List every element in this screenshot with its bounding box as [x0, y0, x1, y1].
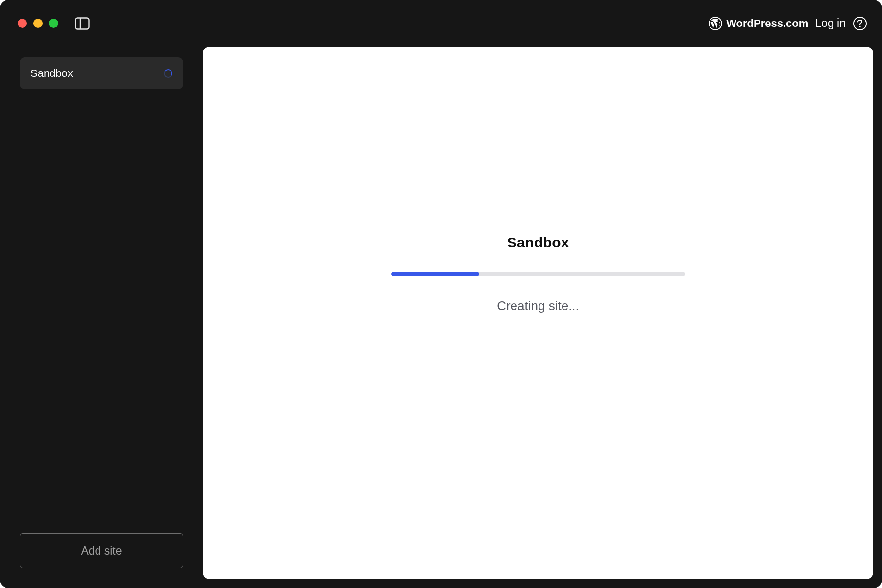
site-list: Sandbox	[20, 47, 183, 518]
creating-site-panel: Sandbox Creating site...	[391, 234, 685, 314]
creating-site-title: Sandbox	[507, 234, 569, 251]
toggle-sidebar-button[interactable]	[75, 17, 90, 30]
wordpress-link[interactable]: WordPress.com	[709, 17, 808, 30]
app-window: WordPress.com Log in Sandbox	[0, 0, 882, 588]
minimize-window-icon[interactable]	[33, 19, 43, 28]
window-controls	[18, 19, 58, 28]
body-area: Sandbox Add site Sandbox Creating site..…	[0, 47, 882, 588]
wordpress-icon	[709, 17, 722, 30]
sidebar: Sandbox Add site	[0, 47, 203, 588]
creating-site-status: Creating site...	[497, 298, 579, 314]
loading-spinner-icon	[164, 69, 172, 78]
svg-rect-0	[76, 18, 89, 29]
close-window-icon[interactable]	[18, 19, 27, 28]
main-pane: Sandbox Creating site...	[203, 47, 873, 579]
sidebar-icon	[75, 17, 90, 30]
titlebar: WordPress.com Log in	[0, 0, 882, 47]
fullscreen-window-icon[interactable]	[49, 19, 58, 28]
sidebar-divider	[0, 518, 203, 518]
svg-point-4	[859, 25, 860, 27]
add-site-button-label: Add site	[81, 544, 122, 558]
login-link[interactable]: Log in	[815, 17, 846, 30]
progress-bar	[391, 272, 685, 276]
login-link-label: Log in	[815, 17, 846, 29]
help-icon	[853, 16, 867, 31]
sidebar-site-item[interactable]: Sandbox	[20, 57, 183, 89]
add-site-button[interactable]: Add site	[20, 533, 183, 568]
help-button[interactable]	[853, 16, 867, 31]
wordpress-link-label: WordPress.com	[726, 17, 808, 30]
titlebar-right: WordPress.com Log in	[709, 0, 867, 47]
progress-bar-fill	[391, 272, 479, 276]
sidebar-site-label: Sandbox	[30, 67, 73, 80]
